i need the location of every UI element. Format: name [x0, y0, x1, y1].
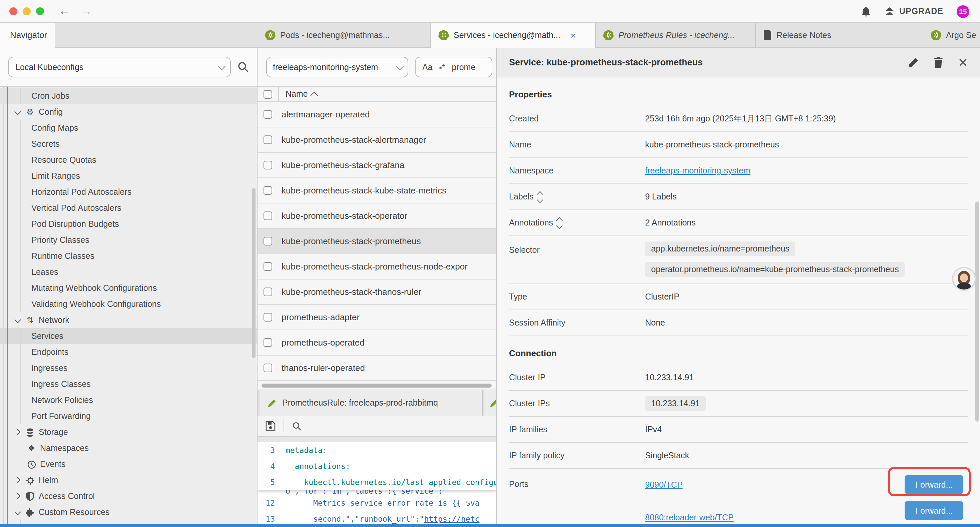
upgrade-button[interactable]: UPGRADE [885, 6, 943, 16]
port-link-9090[interactable]: 9090/TCP [645, 480, 683, 489]
sidebar-group-access-control[interactable]: Access Control [0, 488, 257, 504]
yaml-editor[interactable]: 3metadata: 4 annotations: 5 kubectl.kube… [258, 442, 496, 527]
sidebar-group-custom-resources[interactable]: Custom Resources [0, 504, 257, 520]
sidebar-item-config-maps[interactable]: Config Maps [0, 120, 257, 136]
edit-pencil-icon [490, 399, 496, 407]
port-link-8080[interactable]: 8080:reloader-web/TCP [645, 513, 733, 522]
sidebar-item-runtime-classes[interactable]: Runtime Classes [0, 248, 257, 264]
row-checkbox[interactable] [264, 313, 272, 322]
edit-pencil-icon[interactable] [908, 57, 919, 68]
window-titlebar: ← → UPGRADE 15 [0, 0, 980, 23]
expand-collapse-icon[interactable] [538, 192, 542, 202]
tab-services[interactable]: Services - icecheng@math... × [431, 23, 596, 48]
table-row[interactable]: kube-prometheus-stack-thanos-ruler [258, 280, 496, 305]
sidebar-group-helm[interactable]: Helm [0, 472, 257, 488]
back-icon[interactable]: ← [59, 5, 70, 17]
row-checkbox[interactable] [264, 338, 272, 347]
table-row[interactable]: kube-prometheus-stack-grafana [258, 153, 496, 178]
regex-toggle[interactable]: ▪* [439, 62, 445, 72]
minimize-window-button[interactable] [23, 7, 31, 15]
sidebar-item-limit-ranges[interactable]: Limit Ranges [0, 168, 257, 184]
chevron-right-icon [15, 429, 21, 436]
namespace-filter-select[interactable]: freeleaps-monitoring-system [266, 57, 408, 77]
sidebar-item-port-forwarding[interactable]: Port Forwarding [0, 408, 257, 424]
save-icon[interactable] [266, 421, 275, 431]
column-header-name[interactable]: Name [278, 87, 318, 101]
sidebar-item-endpoints[interactable]: Endpoints [0, 344, 257, 360]
sidebar-item-ingresses[interactable]: Ingresses [0, 360, 257, 376]
panel-title: Service: kube-prometheus-stack-prometheu… [509, 57, 703, 67]
expand-collapse-icon[interactable] [557, 218, 562, 228]
row-checkbox[interactable] [264, 212, 272, 220]
table-row[interactable]: kube-prometheus-stack-prometheus-node-ex… [258, 254, 496, 280]
sidebar-group-config[interactable]: ⚙ Config [0, 104, 257, 120]
close-tab-icon[interactable]: × [570, 30, 576, 40]
select-all-checkbox[interactable] [264, 90, 272, 99]
delete-trash-icon[interactable] [933, 57, 943, 68]
editor-tab-next-partial[interactable] [484, 390, 496, 416]
sidebar-item-leases[interactable]: Leases [0, 264, 257, 280]
sidebar-item-ingress-classes[interactable]: Ingress Classes [0, 376, 257, 392]
tab-release-notes[interactable]: Release Notes [756, 23, 923, 48]
labels-count[interactable]: 9 Labels [645, 192, 677, 201]
table-row[interactable]: prometheus-operated [258, 330, 496, 355]
sidebar-group-network[interactable]: ⇅ Network [0, 312, 257, 328]
tab-prometheus-rules[interactable]: Prometheus Rules - icecheng... [596, 23, 756, 48]
sidebar-item-validating-webhook-configurations[interactable]: Validating Webhook Configurations [0, 296, 257, 312]
row-checkbox[interactable] [264, 135, 272, 144]
table-row[interactable]: prometheus-adapter [258, 305, 496, 330]
row-checkbox[interactable] [264, 363, 272, 372]
tab-strip: Navigator Pods - icecheng@mathmas... Ser… [0, 23, 980, 48]
row-checkbox[interactable] [264, 186, 272, 195]
sidebar-item-pod-disruption-budgets[interactable]: Pod Disruption Budgets [0, 216, 257, 232]
row-checkbox[interactable] [264, 161, 272, 169]
table-row-selected[interactable]: kube-prometheus-stack-prometheus [258, 229, 496, 254]
notifications-bell-icon[interactable] [861, 6, 871, 17]
tab-argo[interactable]: Argo Se [923, 23, 980, 48]
row-checkbox[interactable] [264, 262, 272, 271]
row-checkbox[interactable] [264, 110, 272, 119]
session-affinity-value: None [645, 318, 665, 328]
search-icon[interactable] [237, 61, 249, 73]
close-window-button[interactable] [10, 7, 18, 15]
sidebar-item-secrets[interactable]: Secrets [0, 136, 257, 152]
sidebar-item-cron-jobs[interactable]: Cron Jobs [0, 88, 257, 104]
sidebar-item-vertical-pod-autoscalers[interactable]: Vertical Pod Autoscalers [0, 200, 257, 216]
sidebar-item-mutating-webhook-configurations[interactable]: Mutating Webhook Configurations [0, 280, 257, 296]
horizontal-scrollbar[interactable] [261, 384, 492, 388]
namespace-link[interactable]: freeleaps-monitoring-system [645, 166, 750, 175]
close-panel-icon[interactable]: ✕ [958, 56, 968, 68]
table-row[interactable]: kube-prometheus-stack-operator [258, 204, 496, 229]
forward-icon[interactable]: → [81, 5, 92, 17]
sidebar-item-events[interactable]: Events [0, 456, 257, 472]
match-case-toggle[interactable]: Aa [422, 62, 433, 72]
zoom-window-button[interactable] [36, 7, 44, 15]
sidebar-item-services[interactable]: Services [0, 328, 257, 344]
sidebar-group-storage[interactable]: Storage [0, 424, 257, 440]
table-row[interactable]: alertmanager-operated [258, 102, 496, 127]
sidebar-item-horizontal-pod-autoscalers[interactable]: Horizontal Pod Autoscalers [0, 184, 257, 200]
name-filter-input[interactable]: Aa ▪* prome [415, 57, 492, 77]
notification-count-badge[interactable]: 15 [957, 5, 969, 18]
tab-pods[interactable]: Pods - icecheng@mathmas... [258, 23, 431, 48]
forward-port-button[interactable]: Forward... [905, 501, 963, 520]
editor-search-icon[interactable] [292, 421, 302, 431]
editor-tab-prometheusrule[interactable]: PrometheusRule: freeleaps-prod-rabbitmq [259, 390, 483, 416]
sidebar-item-priority-classes[interactable]: Priority Classes [0, 232, 257, 248]
sidebar-scrollbar[interactable] [252, 188, 256, 358]
sidebar-item-namespaces[interactable]: ❖ Namespaces [0, 440, 257, 456]
kubeconfig-select[interactable]: Local Kubeconfigs [8, 57, 231, 77]
table-row[interactable]: thanos-ruler-operated [258, 355, 496, 381]
annotations-count[interactable]: 2 Annotations [645, 218, 696, 228]
panel-scrollbar[interactable] [975, 201, 978, 422]
row-checkbox[interactable] [264, 237, 272, 245]
table-row[interactable]: kube-prometheus-stack-kube-state-metrics [258, 178, 496, 204]
row-checkbox[interactable] [264, 288, 272, 296]
table-row[interactable]: kube-prometheus-stack-alertmanager [258, 127, 496, 153]
sidebar-item-resource-quotas[interactable]: Resource Quotas [0, 152, 257, 168]
document-icon [763, 30, 772, 40]
runbook-url-link[interactable]: https://netc [424, 514, 479, 524]
sidebar-item-network-policies[interactable]: Network Policies [0, 392, 257, 408]
avatar[interactable] [952, 267, 976, 291]
cluster-ips-chip: 10.233.14.91 [645, 396, 706, 411]
